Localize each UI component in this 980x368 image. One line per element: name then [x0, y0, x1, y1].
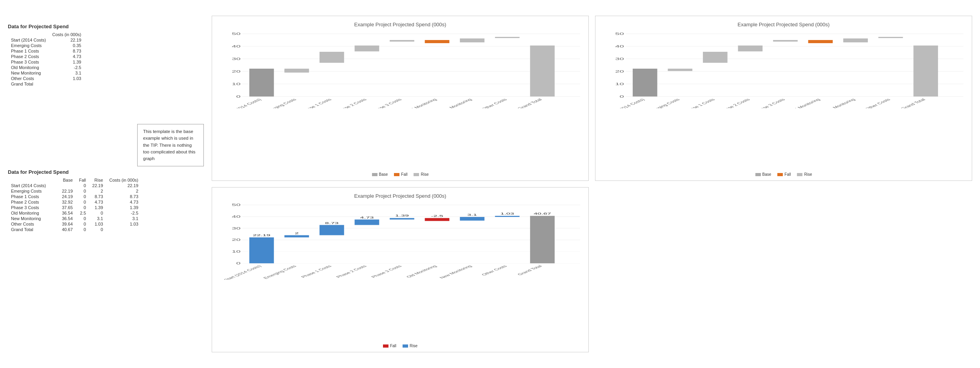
row-label: Phase 1 Costs — [8, 194, 59, 199]
row-value: 1.39 — [49, 59, 84, 65]
row-value: 8.73 — [89, 194, 106, 199]
table-row: Phase 2 Costs32.9204.734.73 — [8, 199, 142, 205]
row-label: Phase 2 Costs — [8, 54, 49, 59]
svg-text:40: 40 — [232, 215, 240, 218]
row-value: 4.73 — [106, 199, 142, 205]
row-value — [49, 81, 84, 87]
svg-rect-41 — [913, 46, 938, 97]
svg-text:Emerging Costs: Emerging Costs — [262, 98, 298, 108]
row-value: 22.19 — [89, 183, 106, 188]
svg-rect-69 — [355, 220, 379, 225]
svg-text:Emerging Costs: Emerging Costs — [645, 98, 681, 108]
svg-text:2: 2 — [295, 231, 299, 235]
svg-rect-37 — [773, 40, 798, 42]
table-row: Emerging Costs22.19022 — [8, 188, 142, 194]
chart2-legend-base: Base — [755, 172, 771, 177]
svg-text:Phase 1 Costs: Phase 1 Costs — [299, 264, 333, 278]
svg-rect-65 — [285, 235, 309, 238]
chart3-legend-fall: Fall — [383, 344, 396, 348]
svg-text:Phase 1 Costs: Phase 1 Costs — [299, 98, 333, 108]
row-value: 0 — [76, 216, 89, 221]
svg-text:1.39: 1.39 — [395, 214, 409, 217]
row-value: 3.1 — [106, 216, 142, 221]
svg-rect-39 — [843, 38, 868, 42]
row-value — [59, 183, 76, 188]
row-value: 22.19 — [49, 37, 84, 43]
svg-rect-71 — [390, 218, 414, 220]
row-value: 0 — [89, 210, 106, 216]
row-value: 0 — [76, 194, 89, 199]
row-value: 0 — [76, 227, 89, 232]
row-value: 8.73 — [49, 48, 84, 54]
table-row: Other Costs39.6401.031.03 — [8, 221, 142, 227]
svg-text:Phase 3 Costs: Phase 3 Costs — [753, 98, 786, 108]
table-row: New Monitoring3.1 — [8, 70, 84, 76]
row-label: Phase 3 Costs — [8, 205, 59, 210]
chart2-box: Example Project Projected Spend (000s) 5… — [595, 16, 972, 181]
svg-text:22.19: 22.19 — [253, 234, 270, 237]
svg-text:20: 20 — [232, 69, 241, 73]
chart2-legend-rise: Rise — [797, 172, 812, 177]
row-value: 0 — [76, 183, 89, 188]
row-label: Other Costs — [8, 221, 59, 227]
row-label: Old Monitoring — [8, 65, 49, 70]
row-value: 24.19 — [59, 194, 76, 199]
chart1-title: Example Project Projected Spend (000s) — [354, 22, 446, 27]
table-row: Phase 3 Costs37.6501.391.39 — [8, 205, 142, 210]
row-value: 2.5 — [76, 210, 89, 216]
svg-text:Emerging Costs: Emerging Costs — [262, 264, 298, 279]
svg-text:-2.5: -2.5 — [431, 214, 443, 217]
row-value: -2.5 — [49, 65, 84, 70]
bar-phase1 — [319, 52, 344, 63]
row-value — [106, 227, 142, 232]
row-value: 22.19 — [59, 188, 76, 194]
svg-text:New Monitoring: New Monitoring — [822, 98, 857, 108]
row-value: 8.73 — [106, 194, 142, 199]
table2-col-base: Base — [59, 177, 76, 183]
svg-text:20: 20 — [615, 69, 624, 73]
row-label: Start (2014 Costs) — [8, 183, 59, 188]
row-label: Start (2014 Costs) — [8, 37, 49, 43]
row-value: 37.65 — [59, 205, 76, 210]
svg-rect-34 — [668, 69, 693, 71]
svg-text:4.73: 4.73 — [360, 216, 374, 219]
row-value: 4.73 — [89, 199, 106, 205]
row-label: Emerging Costs — [8, 188, 59, 194]
svg-text:Phase 2 Costs: Phase 2 Costs — [718, 98, 751, 108]
row-label: Old Monitoring — [8, 210, 59, 216]
row-value: 0 — [89, 227, 106, 232]
table-row: Old Monitoring-2.5 — [8, 65, 84, 70]
svg-text:3.1: 3.1 — [467, 213, 477, 217]
table2-title: Data for Projected Spend — [8, 169, 204, 175]
row-value: 1.03 — [89, 221, 106, 227]
chart1-legend: Base Fall Rise — [372, 172, 429, 177]
chart3-svg: 50 40 30 20 10 0 22.19 2 8.73 — [216, 201, 584, 280]
row-value: 1.03 — [106, 221, 142, 227]
svg-text:Grand Total: Grand Total — [899, 98, 927, 108]
svg-text:Old Monitoring: Old Monitoring — [405, 98, 438, 108]
svg-text:10: 10 — [232, 82, 241, 86]
row-value: 2 — [89, 188, 106, 194]
row-value: 2 — [106, 188, 142, 194]
svg-text:Phase 3 Costs: Phase 3 Costs — [370, 98, 403, 108]
svg-text:Start (2014 Costs): Start (2014 Costs) — [223, 98, 263, 108]
svg-text:0: 0 — [236, 261, 240, 265]
row-value: 36.54 — [59, 210, 76, 216]
chart3-box: Example Project Projected Spend (000s) 5… — [212, 187, 589, 352]
table2-col-rise: Rise — [89, 177, 106, 183]
svg-text:Phase 2 Costs: Phase 2 Costs — [335, 98, 368, 108]
row-label: Phase 1 Costs — [8, 48, 49, 54]
svg-text:1.03: 1.03 — [501, 212, 514, 215]
bar-newmon — [460, 38, 485, 42]
table2-col-fall: Fall — [76, 177, 89, 183]
bar-phase2 — [355, 46, 379, 51]
table-row: Start (2014 Costs)022.1922.19 — [8, 183, 142, 188]
row-label: Phase 2 Costs — [8, 199, 59, 205]
svg-text:Old Monitoring: Old Monitoring — [788, 98, 822, 108]
row-label: Grand Total — [8, 81, 49, 87]
legend-fall-label: Fall — [401, 172, 407, 177]
chart2-title: Example Project Projected Spend (000s) — [738, 22, 830, 27]
table-row: New Monitoring36.5403.13.1 — [8, 216, 142, 221]
tooltip-text: This template is the base example which … — [143, 129, 196, 161]
legend-rise-swatch — [414, 173, 419, 176]
